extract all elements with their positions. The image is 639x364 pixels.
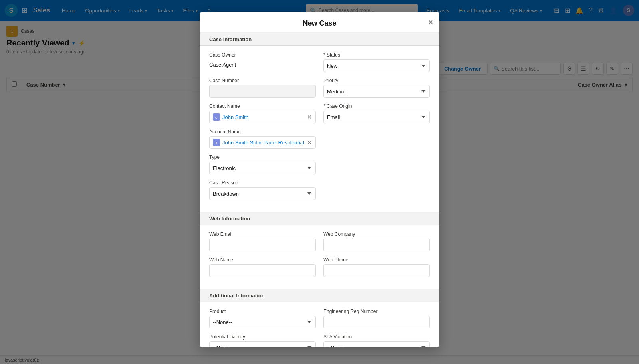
modal-title: New Case <box>302 19 336 27</box>
contact-name-label: Contact Name <box>209 103 316 109</box>
new-case-modal: New Case × Case Information Case Owner C… <box>200 12 439 347</box>
web-company-input[interactable] <box>323 239 430 251</box>
col-web-email: Web Email <box>209 231 316 251</box>
account-clear-button[interactable]: ✕ <box>307 140 312 145</box>
contact-name-lookup[interactable]: C John Smith ✕ <box>209 111 316 123</box>
account-name-label: Account Name <box>209 129 316 135</box>
web-name-input[interactable] <box>209 264 316 277</box>
modal-header: New Case × <box>200 12 439 33</box>
additional-information-body: Product --None-- Engineering Req Number … <box>200 302 439 347</box>
case-owner-value: Case Agent <box>209 59 316 70</box>
eng-req-input[interactable] <box>323 316 430 328</box>
web-information-body: Web Email Web Company Web Name Web Phone <box>200 225 439 289</box>
col-web-phone: Web Phone <box>323 257 430 277</box>
row-web-email-company: Web Email Web Company <box>209 231 430 251</box>
case-origin-label: * Case Origin <box>323 103 430 109</box>
web-phone-label: Web Phone <box>323 257 430 263</box>
sla-violation-label: SLA Violation <box>323 334 430 340</box>
row-product-eng: Product --None-- Engineering Req Number <box>209 309 430 328</box>
col-priority: Priority Low Medium High <box>323 78 430 98</box>
col-type: Type --None-- Electronic Mechanical Soft… <box>209 154 316 174</box>
web-email-input[interactable] <box>209 239 316 251</box>
svg-text:A: A <box>215 141 218 145</box>
row-web-name-phone: Web Name Web Phone <box>209 257 430 277</box>
sla-violation-select[interactable]: --None-- <box>323 341 430 347</box>
col-status: * Status New Working Escalated Closed <box>323 52 430 72</box>
case-reason-label: Case Reason <box>209 180 316 186</box>
potential-liability-select[interactable]: --None-- <box>209 341 316 347</box>
case-information-body: Case Owner Case Agent * Status New Worki… <box>200 46 439 212</box>
case-owner-label: Case Owner <box>209 52 316 58</box>
col-case-owner: Case Owner Case Agent <box>209 52 316 72</box>
priority-label: Priority <box>323 78 430 83</box>
col-type-right-empty <box>323 154 430 174</box>
contact-clear-button[interactable]: ✕ <box>307 114 312 120</box>
case-information-header: Case Information <box>200 33 439 46</box>
web-email-label: Web Email <box>209 231 316 237</box>
col-contact-name: Contact Name C John Smith ✕ <box>209 103 316 123</box>
status-select[interactable]: New Working Escalated Closed <box>323 59 430 72</box>
col-eng-req: Engineering Req Number <box>323 309 430 328</box>
col-product: Product --None-- <box>209 309 316 328</box>
col-case-origin: * Case Origin Email Phone Web <box>323 103 430 123</box>
web-name-label: Web Name <box>209 257 316 263</box>
row-type: Type --None-- Electronic Mechanical Soft… <box>209 154 430 174</box>
row-number-priority: Case Number Priority Low Medium High <box>209 78 430 98</box>
additional-information-header: Additional Information <box>200 289 439 302</box>
type-label: Type <box>209 154 316 160</box>
web-phone-input[interactable] <box>323 264 430 277</box>
col-web-name: Web Name <box>209 257 316 277</box>
col-case-number: Case Number <box>209 78 316 98</box>
case-origin-select[interactable]: Email Phone Web <box>323 111 430 123</box>
case-number-label: Case Number <box>209 78 316 83</box>
col-sla-violation: SLA Violation --None-- <box>323 334 430 347</box>
col-case-reason-right-empty <box>323 180 430 200</box>
type-select[interactable]: --None-- Electronic Mechanical Software <box>209 162 316 174</box>
modal-close-button[interactable]: × <box>428 18 433 27</box>
account-name-lookup[interactable]: A John Smith Solar Panel Residential ✕ <box>209 136 316 149</box>
col-web-company: Web Company <box>323 231 430 251</box>
eng-req-label: Engineering Req Number <box>323 309 430 314</box>
product-select[interactable]: --None-- <box>209 316 316 328</box>
web-company-label: Web Company <box>323 231 430 237</box>
row-liability-sla: Potential Liability --None-- SLA Violati… <box>209 334 430 347</box>
product-label: Product <box>209 309 316 314</box>
account-name-value: John Smith Solar Panel Residential <box>222 140 305 146</box>
row-case-reason: Case Reason --None-- Breakdown Performan… <box>209 180 430 200</box>
modal-overlay: New Case × Case Information Case Owner C… <box>0 0 639 364</box>
case-reason-select[interactable]: --None-- Breakdown Performance User Erro… <box>209 187 316 200</box>
web-information-header: Web Information <box>200 212 439 225</box>
col-potential-liability: Potential Liability --None-- <box>209 334 316 347</box>
priority-select[interactable]: Low Medium High <box>323 85 430 98</box>
account-icon: A <box>213 139 220 146</box>
contact-name-value: John Smith <box>222 114 305 120</box>
col-case-reason: Case Reason --None-- Breakdown Performan… <box>209 180 316 200</box>
status-label: * Status <box>323 52 430 58</box>
contact-icon: C <box>213 113 220 121</box>
col-account-name: Account Name A John Smith Solar Panel Re… <box>209 129 316 149</box>
case-number-input[interactable] <box>209 85 316 98</box>
row-owner-status: Case Owner Case Agent * Status New Worki… <box>209 52 430 72</box>
potential-liability-label: Potential Liability <box>209 334 316 340</box>
row-account: Account Name A John Smith Solar Panel Re… <box>209 129 430 149</box>
col-empty-right <box>323 129 430 149</box>
svg-text:C: C <box>215 116 218 119</box>
row-contact-origin: Contact Name C John Smith ✕ * Case Origi… <box>209 103 430 123</box>
